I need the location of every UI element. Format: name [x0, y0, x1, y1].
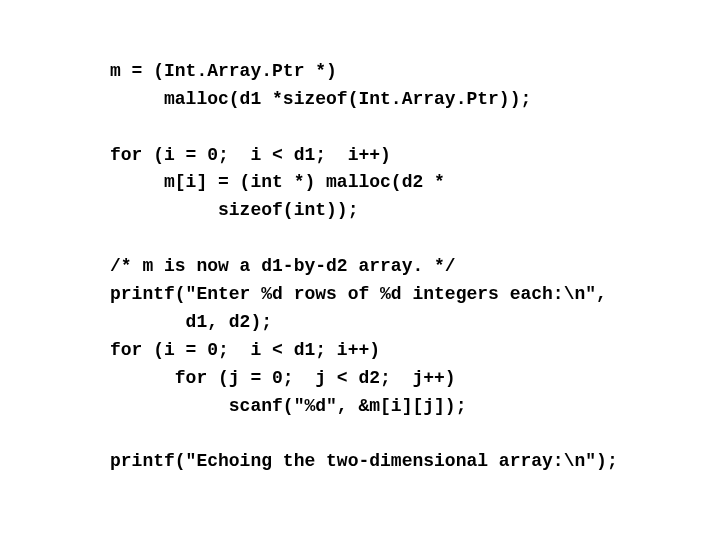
code-line: sizeof(int));: [110, 200, 358, 220]
code-line: m[i] = (int *) malloc(d2 *: [110, 172, 445, 192]
code-line: printf("Echoing the two-dimensional arra…: [110, 451, 618, 471]
code-line: m = (Int.Array.Ptr *): [110, 61, 337, 81]
code-block: m = (Int.Array.Ptr *) malloc(d1 *sizeof(…: [0, 0, 720, 476]
code-line: malloc(d1 *sizeof(Int.Array.Ptr));: [110, 89, 531, 109]
code-line: printf("Enter %d rows of %d integers eac…: [110, 284, 607, 304]
code-line: /* m is now a d1-by-d2 array. */: [110, 256, 456, 276]
code-line: scanf("%d", &m[i][j]);: [110, 396, 466, 416]
code-line: for (i = 0; i < d1; i++): [110, 340, 380, 360]
code-line: d1, d2);: [110, 312, 272, 332]
code-line: for (i = 0; i < d1; i++): [110, 145, 391, 165]
code-line: for (j = 0; j < d2; j++): [110, 368, 456, 388]
